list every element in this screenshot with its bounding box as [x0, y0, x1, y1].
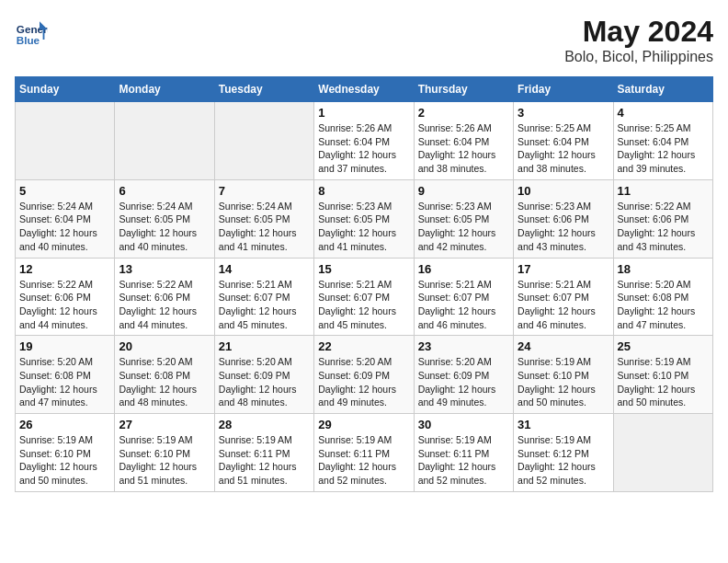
- calendar-cell: 16Sunrise: 5:21 AM Sunset: 6:07 PM Dayli…: [414, 258, 513, 336]
- day-number: 9: [418, 184, 509, 198]
- calendar-cell: 14Sunrise: 5:21 AM Sunset: 6:07 PM Dayli…: [214, 258, 313, 336]
- logo: General Blue: [15, 15, 48, 48]
- calendar-cell: 24Sunrise: 5:19 AM Sunset: 6:10 PM Dayli…: [514, 336, 613, 414]
- day-number: 18: [618, 262, 709, 276]
- calendar-cell: 28Sunrise: 5:19 AM Sunset: 6:11 PM Dayli…: [214, 414, 313, 492]
- calendar-cell: 12Sunrise: 5:22 AM Sunset: 6:06 PM Dayli…: [16, 258, 115, 336]
- header: General Blue May 2024 Bolo, Bicol, Phili…: [15, 15, 713, 65]
- day-number: 8: [318, 184, 409, 198]
- calendar-week-row: 19Sunrise: 5:20 AM Sunset: 6:08 PM Dayli…: [16, 336, 713, 414]
- svg-text:Blue: Blue: [17, 34, 40, 46]
- calendar-cell: 4Sunrise: 5:25 AM Sunset: 6:04 PM Daylig…: [613, 102, 712, 180]
- day-info: Sunrise: 5:23 AM Sunset: 6:06 PM Dayligh…: [518, 200, 609, 254]
- day-number: 6: [119, 184, 210, 198]
- day-number: 21: [219, 339, 310, 353]
- day-number: 2: [418, 106, 509, 120]
- day-number: 26: [19, 418, 110, 431]
- calendar-cell: 31Sunrise: 5:19 AM Sunset: 6:12 PM Dayli…: [514, 414, 613, 492]
- calendar-cell: 23Sunrise: 5:20 AM Sunset: 6:09 PM Dayli…: [414, 336, 513, 414]
- day-number: 20: [119, 339, 210, 353]
- day-number: 19: [19, 339, 110, 353]
- day-info: Sunrise: 5:19 AM Sunset: 6:11 PM Dayligh…: [418, 433, 509, 488]
- day-number: 29: [318, 418, 409, 431]
- calendar-cell: 8Sunrise: 5:23 AM Sunset: 6:05 PM Daylig…: [314, 179, 414, 258]
- day-info: Sunrise: 5:22 AM Sunset: 6:06 PM Dayligh…: [119, 278, 210, 332]
- day-number: 28: [219, 418, 310, 431]
- day-info: Sunrise: 5:26 AM Sunset: 6:04 PM Dayligh…: [418, 121, 509, 176]
- page-title: May 2024: [564, 15, 713, 49]
- day-info: Sunrise: 5:26 AM Sunset: 6:04 PM Dayligh…: [318, 121, 409, 176]
- day-number: 23: [418, 339, 509, 353]
- calendar-cell: 21Sunrise: 5:20 AM Sunset: 6:09 PM Dayli…: [214, 336, 313, 414]
- day-info: Sunrise: 5:24 AM Sunset: 6:05 PM Dayligh…: [219, 200, 310, 254]
- calendar-cell: 19Sunrise: 5:20 AM Sunset: 6:08 PM Dayli…: [16, 336, 115, 414]
- calendar-cell: 25Sunrise: 5:19 AM Sunset: 6:10 PM Dayli…: [613, 336, 712, 414]
- weekday-header: Thursday: [414, 77, 513, 102]
- day-number: 27: [119, 418, 210, 431]
- calendar-cell: [16, 102, 115, 180]
- day-info: Sunrise: 5:25 AM Sunset: 6:04 PM Dayligh…: [518, 121, 609, 176]
- calendar-cell: [613, 414, 712, 492]
- day-info: Sunrise: 5:21 AM Sunset: 6:07 PM Dayligh…: [418, 278, 509, 332]
- calendar-cell: [214, 102, 313, 180]
- logo-icon: General Blue: [15, 15, 48, 48]
- weekday-header: Tuesday: [214, 77, 313, 102]
- day-info: Sunrise: 5:20 AM Sunset: 6:09 PM Dayligh…: [219, 355, 310, 409]
- calendar-cell: 26Sunrise: 5:19 AM Sunset: 6:10 PM Dayli…: [16, 414, 115, 492]
- day-number: 30: [418, 418, 509, 431]
- calendar-cell: 7Sunrise: 5:24 AM Sunset: 6:05 PM Daylig…: [214, 179, 313, 258]
- day-info: Sunrise: 5:19 AM Sunset: 6:10 PM Dayligh…: [618, 355, 709, 409]
- calendar-cell: 1Sunrise: 5:26 AM Sunset: 6:04 PM Daylig…: [314, 102, 414, 180]
- day-number: 3: [518, 106, 609, 120]
- day-number: 22: [318, 339, 409, 353]
- calendar-cell: 18Sunrise: 5:20 AM Sunset: 6:08 PM Dayli…: [613, 258, 712, 336]
- calendar-cell: [115, 102, 214, 180]
- day-number: 11: [618, 184, 709, 198]
- day-number: 14: [219, 262, 310, 276]
- day-number: 1: [318, 106, 409, 120]
- weekday-header: Saturday: [613, 77, 712, 102]
- calendar-cell: 22Sunrise: 5:20 AM Sunset: 6:09 PM Dayli…: [314, 336, 414, 414]
- title-area: May 2024 Bolo, Bicol, Philippines: [564, 15, 713, 65]
- calendar-week-row: 12Sunrise: 5:22 AM Sunset: 6:06 PM Dayli…: [16, 258, 713, 336]
- day-info: Sunrise: 5:19 AM Sunset: 6:10 PM Dayligh…: [19, 433, 110, 488]
- day-number: 31: [518, 418, 609, 431]
- calendar-table: SundayMondayTuesdayWednesdayThursdayFrid…: [15, 76, 713, 492]
- day-info: Sunrise: 5:21 AM Sunset: 6:07 PM Dayligh…: [318, 278, 409, 332]
- day-number: 4: [618, 106, 709, 120]
- calendar-cell: 13Sunrise: 5:22 AM Sunset: 6:06 PM Dayli…: [115, 258, 214, 336]
- weekday-header: Wednesday: [314, 77, 414, 102]
- day-info: Sunrise: 5:21 AM Sunset: 6:07 PM Dayligh…: [219, 278, 310, 332]
- day-info: Sunrise: 5:19 AM Sunset: 6:12 PM Dayligh…: [518, 433, 609, 488]
- weekday-header: Friday: [514, 77, 613, 102]
- day-info: Sunrise: 5:19 AM Sunset: 6:11 PM Dayligh…: [219, 433, 310, 488]
- calendar-cell: 10Sunrise: 5:23 AM Sunset: 6:06 PM Dayli…: [514, 179, 613, 258]
- day-info: Sunrise: 5:25 AM Sunset: 6:04 PM Dayligh…: [618, 121, 709, 176]
- calendar-cell: 11Sunrise: 5:22 AM Sunset: 6:06 PM Dayli…: [613, 179, 712, 258]
- day-number: 25: [618, 339, 709, 353]
- day-number: 24: [518, 339, 609, 353]
- day-number: 13: [119, 262, 210, 276]
- day-number: 5: [19, 184, 110, 198]
- page-subtitle: Bolo, Bicol, Philippines: [564, 49, 713, 65]
- calendar-cell: 15Sunrise: 5:21 AM Sunset: 6:07 PM Dayli…: [314, 258, 414, 336]
- calendar-cell: 20Sunrise: 5:20 AM Sunset: 6:08 PM Dayli…: [115, 336, 214, 414]
- day-info: Sunrise: 5:20 AM Sunset: 6:09 PM Dayligh…: [318, 355, 409, 409]
- day-number: 12: [19, 262, 110, 276]
- day-info: Sunrise: 5:19 AM Sunset: 6:10 PM Dayligh…: [518, 355, 609, 409]
- day-info: Sunrise: 5:20 AM Sunset: 6:08 PM Dayligh…: [618, 278, 709, 332]
- calendar-cell: 3Sunrise: 5:25 AM Sunset: 6:04 PM Daylig…: [514, 102, 613, 180]
- day-info: Sunrise: 5:21 AM Sunset: 6:07 PM Dayligh…: [518, 278, 609, 332]
- calendar-week-row: 5Sunrise: 5:24 AM Sunset: 6:04 PM Daylig…: [16, 179, 713, 258]
- day-info: Sunrise: 5:22 AM Sunset: 6:06 PM Dayligh…: [618, 200, 709, 254]
- day-info: Sunrise: 5:24 AM Sunset: 6:05 PM Dayligh…: [119, 200, 210, 254]
- calendar-cell: 9Sunrise: 5:23 AM Sunset: 6:05 PM Daylig…: [414, 179, 513, 258]
- day-info: Sunrise: 5:23 AM Sunset: 6:05 PM Dayligh…: [418, 200, 509, 254]
- calendar-cell: 17Sunrise: 5:21 AM Sunset: 6:07 PM Dayli…: [514, 258, 613, 336]
- day-info: Sunrise: 5:19 AM Sunset: 6:11 PM Dayligh…: [318, 433, 409, 488]
- day-info: Sunrise: 5:20 AM Sunset: 6:08 PM Dayligh…: [19, 355, 110, 409]
- weekday-header: Monday: [115, 77, 214, 102]
- day-info: Sunrise: 5:22 AM Sunset: 6:06 PM Dayligh…: [19, 278, 110, 332]
- day-number: 7: [219, 184, 310, 198]
- calendar-week-row: 1Sunrise: 5:26 AM Sunset: 6:04 PM Daylig…: [16, 102, 713, 180]
